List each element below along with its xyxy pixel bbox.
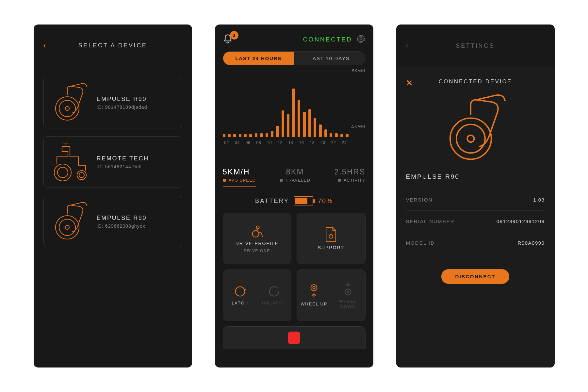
header: ‹ SELECT A DEVICE (34, 24, 192, 67)
battery-percent: 70% (318, 197, 333, 205)
tile-support[interactable]: SUPPORT (297, 213, 366, 264)
wheel-up-icon (308, 284, 320, 298)
chart-bar (239, 134, 241, 137)
header: ‹ SETTINGS (396, 24, 555, 67)
wheel-icon (50, 83, 90, 122)
notifications-button[interactable]: 3 (223, 34, 237, 45)
metric-activity[interactable]: 2.5HRS ACTIVITY (334, 167, 366, 183)
x-tick: 24 (340, 140, 349, 145)
chart-bar (276, 126, 279, 137)
svg-point-16 (347, 291, 349, 293)
chart-bar (319, 124, 321, 137)
notification-badge: 3 (230, 31, 238, 40)
battery-row: BATTERY 70% (215, 196, 373, 205)
chart-bar (298, 100, 300, 137)
back-button[interactable]: ‹ (406, 41, 413, 50)
device-card[interactable]: REMOTE TECH ID: 561482144r9nll (43, 136, 182, 188)
chart-bar (324, 129, 327, 137)
chart-bar (228, 134, 231, 137)
y-axis-label-top: 5KM/H (352, 69, 365, 73)
svg-point-10 (329, 235, 333, 238)
x-tick: 16 (298, 140, 306, 145)
chart-bar (249, 134, 252, 137)
row-serial: SERIAL NUMBER091239012391209 (406, 210, 545, 232)
device-name: REMOTE TECH (97, 155, 149, 162)
wheel-up-button[interactable]: WHEEL UP (297, 284, 331, 307)
wheel-down-button[interactable]: WHEEL DOWN (331, 281, 365, 309)
x-tick: 06 (244, 140, 252, 145)
header: 3 CONNECTED (215, 24, 373, 51)
page-title: SELECT A DEVICE (50, 42, 182, 49)
svg-point-11 (235, 286, 245, 296)
chart-bar (287, 114, 289, 137)
action-grid: DRIVE PROFILE DRIVE ONE SUPPORT LATCH UN… (223, 213, 366, 321)
battery-label: BATTERY (255, 198, 289, 204)
wheelchair-icon (50, 142, 90, 182)
screen-select-device: ‹ SELECT A DEVICE EMPULSE R90 ID: 901478… (34, 24, 192, 368)
bell-icon (223, 40, 233, 45)
record-tile[interactable] (223, 326, 366, 349)
chart-bar (255, 133, 257, 137)
chart-bar (282, 110, 284, 137)
chart-bar (330, 133, 332, 137)
chart-bar (233, 134, 236, 137)
unlatch-button[interactable]: UNLATCH (257, 286, 291, 305)
dot-icon (280, 179, 283, 182)
chart-bar (266, 133, 268, 137)
screen-dashboard: 3 CONNECTED LAST 24 HOURS LAST 10 DAYS 5… (215, 24, 373, 368)
tile-drive-profile[interactable]: DRIVE PROFILE DRIVE ONE (223, 213, 292, 264)
chart-bar (223, 134, 225, 137)
x-tick: 02 (223, 140, 231, 145)
x-tick: 10 (266, 140, 274, 145)
device-card[interactable]: EMPULSE R90 ID: 901478109djadad (43, 77, 182, 128)
settings-button[interactable] (356, 34, 366, 45)
device-id: ID: 629662008ghyex (97, 223, 147, 229)
sheet-title: CONNECTED DEVICE (406, 78, 545, 85)
device-card[interactable]: EMPULSE R90 ID: 629662008ghyex (43, 196, 182, 247)
row-model: MODEL IDR90A0999 (406, 232, 545, 253)
segment-24h[interactable]: LAST 24 HOURS (223, 52, 294, 65)
metrics-row: 5KM/H AVG SPEED 8KM TRAVELED 2.5HRS ACTI… (223, 167, 366, 185)
chart-bar (314, 118, 316, 137)
unlatch-icon (268, 286, 280, 297)
connected-device-sheet: ✕ CONNECTED DEVICE EMPULSE R90 VERSION1.… (396, 67, 555, 368)
metric-avg-speed[interactable]: 5KM/H AVG SPEED (223, 167, 256, 183)
connection-status: CONNECTED (303, 36, 352, 43)
chart-bar (271, 131, 273, 137)
close-button[interactable]: ✕ (406, 78, 413, 88)
back-button[interactable]: ‹ (43, 41, 50, 50)
wheelchair-user-icon (250, 224, 264, 238)
device-name: EMPULSE R90 (406, 173, 545, 180)
device-name: EMPULSE R90 (97, 96, 147, 103)
segment-10d[interactable]: LAST 10 DAYS (294, 52, 365, 65)
screen-settings: ‹ SETTINGS ✕ CONNECTED DEVICE EMPULSE R9… (396, 24, 555, 368)
svg-point-13 (311, 285, 317, 291)
chart-bar (303, 112, 305, 137)
chart-bar (292, 89, 295, 137)
svg-point-14 (313, 286, 315, 289)
battery-icon (294, 196, 313, 205)
x-tick: 22 (330, 140, 338, 145)
svg-point-15 (345, 289, 351, 295)
disconnect-button[interactable]: DISCONNECT (441, 269, 509, 284)
page-title: SETTINGS (413, 42, 545, 49)
x-tick: 08 (255, 140, 263, 145)
tile-latch: LATCH UNLATCH (223, 270, 292, 321)
tile-wheel: WHEEL UP WHEEL DOWN (297, 270, 366, 321)
document-icon (324, 227, 337, 242)
speed-chart: 5KM/H .5KM/H 020406081012141618202224 (223, 69, 366, 160)
wheel-icon (50, 202, 90, 241)
latch-icon (234, 286, 246, 297)
latch-button[interactable]: LATCH (223, 286, 257, 305)
record-icon (288, 332, 300, 344)
device-id: ID: 901478109djadad (97, 105, 147, 110)
row-version: VERSION1.03 (406, 189, 545, 210)
chart-bar (346, 134, 348, 137)
device-name: EMPULSE R90 (97, 215, 147, 221)
chart-bar (335, 133, 337, 137)
wheel-down-icon (342, 281, 354, 296)
metric-traveled[interactable]: 8KM TRAVELED (280, 167, 310, 183)
chart-bar (308, 109, 311, 137)
svg-point-7 (360, 38, 362, 40)
device-id: ID: 561482144r9nll (97, 164, 149, 169)
